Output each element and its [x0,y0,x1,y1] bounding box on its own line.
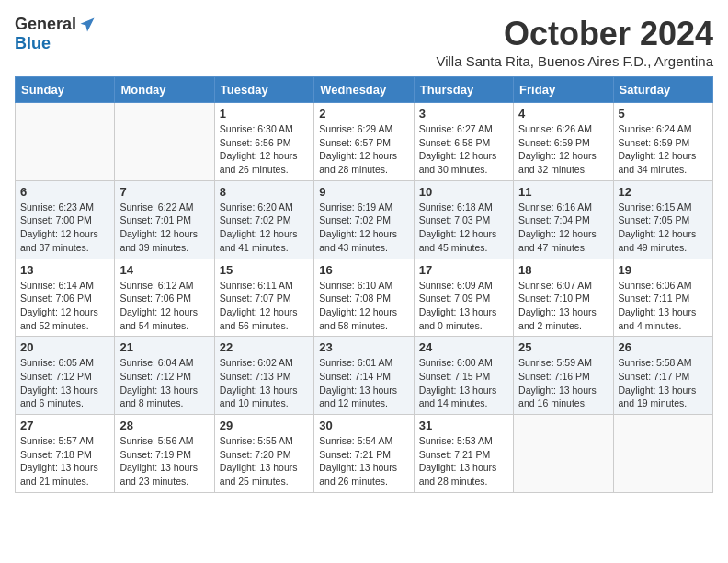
calendar-cell [16,103,115,181]
day-number: 30 [319,419,408,432]
calendar-cell: 7Sunrise: 6:22 AMSunset: 7:01 PMDaylight… [115,180,214,259]
calendar-header-sunday: Sunday [16,77,115,103]
calendar-body: 1Sunrise: 6:30 AMSunset: 6:56 PMDaylight… [16,103,713,493]
day-number: 4 [518,107,608,121]
day-info: Sunrise: 5:58 AMSunset: 7:17 PMDaylight:… [619,356,708,410]
day-number: 31 [419,419,508,432]
logo: General Blue [15,15,97,53]
day-info: Sunrise: 6:12 AMSunset: 7:06 PMDaylight:… [119,279,209,333]
day-info: Sunrise: 6:29 AMSunset: 6:57 PMDaylight:… [319,122,408,177]
calendar-cell: 25Sunrise: 5:59 AMSunset: 7:16 PMDayligh… [514,337,613,415]
day-number: 26 [619,340,708,354]
calendar-header-friday: Friday [514,77,613,103]
day-number: 13 [20,263,109,277]
day-info: Sunrise: 6:27 AMSunset: 6:58 PMDaylight:… [419,122,508,177]
day-info: Sunrise: 5:59 AMSunset: 7:16 PMDaylight:… [518,356,608,410]
day-info: Sunrise: 6:00 AMSunset: 7:15 PMDaylight:… [419,356,508,410]
day-number: 3 [419,107,508,121]
calendar-week-row: 6Sunrise: 6:23 AMSunset: 7:00 PMDaylight… [16,180,713,259]
day-number: 18 [518,263,608,277]
calendar-cell: 2Sunrise: 6:29 AMSunset: 6:57 PMDaylight… [314,103,414,181]
day-info: Sunrise: 6:15 AMSunset: 7:05 PMDaylight:… [619,201,708,255]
calendar-cell: 17Sunrise: 6:09 AMSunset: 7:09 PMDayligh… [414,259,513,337]
calendar-header-saturday: Saturday [613,77,712,103]
calendar-cell: 3Sunrise: 6:27 AMSunset: 6:58 PMDaylight… [414,103,513,181]
day-info: Sunrise: 6:01 AMSunset: 7:14 PMDaylight:… [319,356,408,410]
calendar-cell: 24Sunrise: 6:00 AMSunset: 7:15 PMDayligh… [414,337,513,415]
day-info: Sunrise: 5:55 AMSunset: 7:20 PMDaylight:… [220,434,309,488]
day-info: Sunrise: 6:11 AMSunset: 7:07 PMDaylight:… [220,279,309,333]
day-number: 14 [119,263,209,277]
calendar-week-row: 27Sunrise: 5:57 AMSunset: 7:18 PMDayligh… [16,415,713,493]
calendar-cell: 11Sunrise: 6:16 AMSunset: 7:04 PMDayligh… [514,180,613,259]
page-header: General Blue October 2024 Villa Santa Ri… [15,15,713,69]
calendar-cell: 13Sunrise: 6:14 AMSunset: 7:06 PMDayligh… [16,259,115,337]
day-number: 20 [20,340,109,354]
day-info: Sunrise: 5:56 AMSunset: 7:19 PMDaylight:… [119,434,209,488]
day-number: 16 [319,263,408,277]
calendar-cell: 19Sunrise: 6:06 AMSunset: 7:11 PMDayligh… [613,259,712,337]
calendar-cell: 12Sunrise: 6:15 AMSunset: 7:05 PMDayligh… [613,180,712,259]
calendar-cell: 31Sunrise: 5:53 AMSunset: 7:21 PMDayligh… [414,415,513,493]
day-number: 2 [319,107,408,121]
calendar-cell: 30Sunrise: 5:54 AMSunset: 7:21 PMDayligh… [314,415,414,493]
day-number: 11 [518,185,608,199]
day-number: 25 [518,340,608,354]
calendar-cell: 5Sunrise: 6:24 AMSunset: 6:59 PMDaylight… [613,103,712,181]
calendar-week-row: 13Sunrise: 6:14 AMSunset: 7:06 PMDayligh… [16,259,713,337]
day-info: Sunrise: 6:19 AMSunset: 7:02 PMDaylight:… [319,201,408,255]
day-info: Sunrise: 6:07 AMSunset: 7:10 PMDaylight:… [518,279,608,333]
calendar-header-tuesday: Tuesday [214,77,313,103]
day-number: 21 [119,340,209,354]
day-number: 22 [220,340,309,354]
location-title: Villa Santa Rita, Buenos Aires F.D., Arg… [436,53,713,69]
logo-bird-icon [78,16,97,34]
day-info: Sunrise: 6:14 AMSunset: 7:06 PMDaylight:… [20,279,109,333]
day-number: 5 [619,107,708,121]
day-number: 27 [20,419,109,432]
calendar-week-row: 1Sunrise: 6:30 AMSunset: 6:56 PMDaylight… [16,103,713,181]
day-number: 28 [119,419,209,432]
day-info: Sunrise: 6:26 AMSunset: 6:59 PMDaylight:… [518,122,608,177]
day-info: Sunrise: 6:10 AMSunset: 7:08 PMDaylight:… [319,279,408,333]
day-info: Sunrise: 6:05 AMSunset: 7:12 PMDaylight:… [20,356,109,410]
day-info: Sunrise: 5:57 AMSunset: 7:18 PMDaylight:… [20,434,109,488]
calendar-cell: 14Sunrise: 6:12 AMSunset: 7:06 PMDayligh… [115,259,214,337]
day-info: Sunrise: 6:24 AMSunset: 6:59 PMDaylight:… [619,122,708,177]
day-info: Sunrise: 6:22 AMSunset: 7:01 PMDaylight:… [119,201,209,255]
day-info: Sunrise: 6:04 AMSunset: 7:12 PMDaylight:… [119,356,209,410]
day-info: Sunrise: 6:18 AMSunset: 7:03 PMDaylight:… [419,201,508,255]
day-number: 17 [419,263,508,277]
day-number: 19 [619,263,708,277]
day-info: Sunrise: 6:30 AMSunset: 6:56 PMDaylight:… [220,122,309,177]
calendar-cell: 29Sunrise: 5:55 AMSunset: 7:20 PMDayligh… [214,415,313,493]
calendar-cell: 23Sunrise: 6:01 AMSunset: 7:14 PMDayligh… [314,337,414,415]
day-number: 6 [20,185,109,199]
calendar-cell [115,103,214,181]
calendar-header-thursday: Thursday [414,77,513,103]
calendar-cell: 26Sunrise: 5:58 AMSunset: 7:17 PMDayligh… [613,337,712,415]
calendar-cell: 15Sunrise: 6:11 AMSunset: 7:07 PMDayligh… [214,259,313,337]
calendar-cell: 9Sunrise: 6:19 AMSunset: 7:02 PMDaylight… [314,180,414,259]
day-number: 24 [419,340,508,354]
calendar-cell: 20Sunrise: 6:05 AMSunset: 7:12 PMDayligh… [16,337,115,415]
calendar-cell: 18Sunrise: 6:07 AMSunset: 7:10 PMDayligh… [514,259,613,337]
month-title: October 2024 [436,15,713,53]
title-section: October 2024 Villa Santa Rita, Buenos Ai… [436,15,713,69]
day-number: 10 [419,185,508,199]
day-info: Sunrise: 5:53 AMSunset: 7:21 PMDaylight:… [419,434,508,488]
calendar-header-row: SundayMondayTuesdayWednesdayThursdayFrid… [16,77,713,103]
calendar-header-monday: Monday [115,77,214,103]
calendar-cell: 4Sunrise: 6:26 AMSunset: 6:59 PMDaylight… [514,103,613,181]
day-info: Sunrise: 6:09 AMSunset: 7:09 PMDaylight:… [419,279,508,333]
logo-blue-text: Blue [15,34,51,53]
day-number: 7 [119,185,209,199]
day-number: 29 [220,419,309,432]
day-number: 12 [619,185,708,199]
logo-general-text: General [15,15,76,34]
calendar-cell [613,415,712,493]
calendar-cell: 8Sunrise: 6:20 AMSunset: 7:02 PMDaylight… [214,180,313,259]
day-info: Sunrise: 6:16 AMSunset: 7:04 PMDaylight:… [518,201,608,255]
day-info: Sunrise: 6:06 AMSunset: 7:11 PMDaylight:… [619,279,708,333]
day-number: 23 [319,340,408,354]
